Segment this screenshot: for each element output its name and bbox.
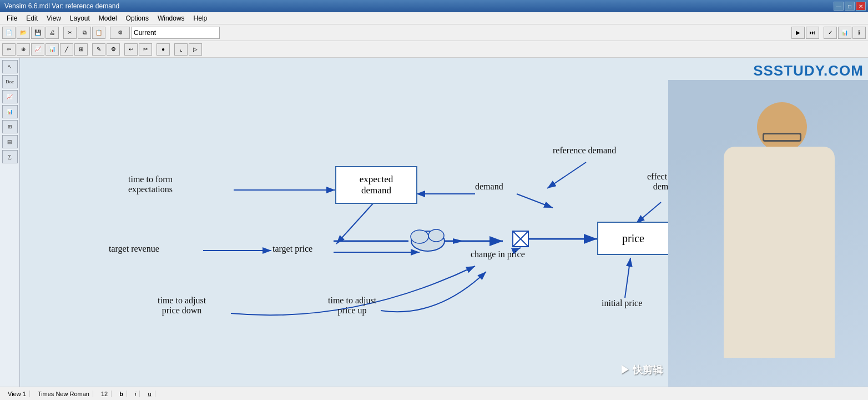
tb2-btn13[interactable]: ▷: [189, 43, 202, 56]
current-input[interactable]: [131, 27, 220, 39]
sb-icon5[interactable]: ∑: [2, 150, 18, 163]
minimize-button[interactable]: —: [834, 2, 844, 11]
logo-line1: SSSTUDY.COM: [753, 62, 864, 79]
sb-icon1[interactable]: 📈: [2, 90, 18, 103]
status-size: 12: [98, 391, 112, 397]
svg-marker-17: [453, 238, 464, 244]
maximize-button[interactable]: □: [845, 2, 855, 11]
statusbar: View 1 Times New Roman 12 b i u: [0, 387, 868, 400]
tb2-btn12[interactable]: ⌞: [174, 43, 188, 56]
toolbar1: 📄 📂 💾 🖨 ✂ ⧉ 📋 ⚙ ▶ ⏭ ✓ 📊 ℹ: [0, 24, 868, 41]
tb2-btn10[interactable]: ✂: [139, 43, 152, 56]
svg-rect-18: [513, 231, 528, 247]
tb2-btn8[interactable]: ⚙: [107, 43, 120, 56]
sb-icon4[interactable]: ▤: [2, 135, 18, 148]
node-time-form-expectations: time to form expectations: [128, 174, 173, 194]
run-icon1[interactable]: ▶: [791, 27, 805, 39]
menu-model[interactable]: Model: [94, 13, 122, 23]
status-underline: u: [144, 391, 155, 397]
tb2-btn6[interactable]: ⊞: [74, 43, 88, 56]
tb2-btn2[interactable]: ⊕: [17, 43, 30, 56]
node-expected-demand[interactable]: expected demand: [335, 166, 417, 204]
menu-view[interactable]: View: [42, 13, 65, 23]
doc-button[interactable]: 📊: [838, 27, 851, 39]
titlebar-controls[interactable]: — □ ✕: [834, 2, 866, 11]
svg-point-13: [411, 231, 445, 251]
svg-line-20: [513, 231, 528, 247]
tb2-btn1[interactable]: ⇦: [2, 43, 16, 56]
save-button[interactable]: 💾: [31, 27, 44, 39]
tb2-btn9[interactable]: ↩: [124, 43, 138, 56]
svg-line-19: [513, 231, 528, 247]
cut-button[interactable]: ✂: [63, 27, 77, 39]
svg-line-7: [517, 194, 553, 208]
sb-icon2[interactable]: 📊: [2, 105, 18, 118]
node-time-adjust-price-up: time to adjust price up: [328, 296, 376, 316]
titlebar: Vensim 6.6.mdl Var: reference demand — □…: [0, 0, 868, 12]
status-italic: i: [132, 391, 140, 397]
sb-pointer[interactable]: ↖: [2, 60, 18, 73]
svg-line-4: [336, 201, 375, 244]
svg-point-14: [411, 230, 428, 243]
print-button[interactable]: 🖨: [46, 27, 59, 39]
node-change-in-price: change in price: [471, 249, 525, 259]
status-font: Times New Roman: [34, 391, 93, 397]
tb2-btn4[interactable]: 📊: [46, 43, 59, 56]
sb-doc[interactable]: Doc: [2, 75, 18, 88]
svg-line-6: [547, 162, 586, 188]
svg-line-11: [625, 258, 630, 298]
svg-line-8: [636, 202, 661, 223]
copy-button[interactable]: ⧉: [78, 27, 91, 39]
node-price[interactable]: price: [597, 222, 669, 255]
title-text: Vensim 6.6.mdl Var: reference demand: [4, 2, 119, 10]
open-button[interactable]: 📂: [17, 27, 30, 39]
close-button[interactable]: ✕: [856, 2, 866, 11]
menu-options[interactable]: Options: [122, 13, 153, 23]
toolbar-icon1[interactable]: ⚙: [110, 27, 130, 39]
sb-icon3[interactable]: ⊞: [2, 120, 18, 133]
info-button[interactable]: ℹ: [852, 27, 866, 39]
status-view: View 1: [4, 391, 30, 397]
node-reference-demand: reference demand: [553, 146, 616, 156]
tb2-btn3[interactable]: 📈: [31, 43, 44, 56]
menubar: File Edit View Layout Model Options Wind…: [0, 12, 868, 24]
menu-file[interactable]: File: [2, 13, 22, 23]
tb2-btn7[interactable]: ✎: [92, 43, 105, 56]
node-target-price: target price: [272, 244, 312, 254]
check-button[interactable]: ✓: [824, 27, 837, 39]
kjj-logo: ▶ 快剪辑: [620, 363, 663, 377]
new-button[interactable]: 📄: [2, 27, 16, 39]
tb2-btn11[interactable]: ●: [157, 43, 170, 56]
toolbar2: ⇦ ⊕ 📈 📊 ╱ ⊞ ✎ ⚙ ↩ ✂ ● ⌞ ▷: [0, 41, 868, 58]
menu-edit[interactable]: Edit: [22, 13, 42, 23]
canvas[interactable]: expected demand price time to form expec…: [20, 58, 868, 387]
menu-windows[interactable]: Windows: [153, 13, 189, 23]
menu-layout[interactable]: Layout: [65, 13, 94, 23]
node-time-adjust-price-down: time to adjust price down: [158, 296, 206, 316]
node-initial-price: initial price: [602, 298, 642, 308]
run-icon2[interactable]: ⏭: [806, 27, 819, 39]
svg-point-15: [428, 229, 444, 242]
status-bold: b: [116, 391, 127, 397]
person-overlay: [668, 80, 868, 387]
node-target-revenue: target revenue: [109, 244, 159, 254]
paste-button[interactable]: 📋: [92, 27, 105, 39]
node-demand: demand: [475, 182, 503, 192]
sidebar: ↖ Doc 📈 📊 ⊞ ▤ ∑: [0, 58, 20, 387]
main-area: ↖ Doc 📈 📊 ⊞ ▤ ∑: [0, 58, 868, 387]
menu-help[interactable]: Help: [189, 13, 212, 23]
tb2-btn5[interactable]: ╱: [60, 43, 73, 56]
